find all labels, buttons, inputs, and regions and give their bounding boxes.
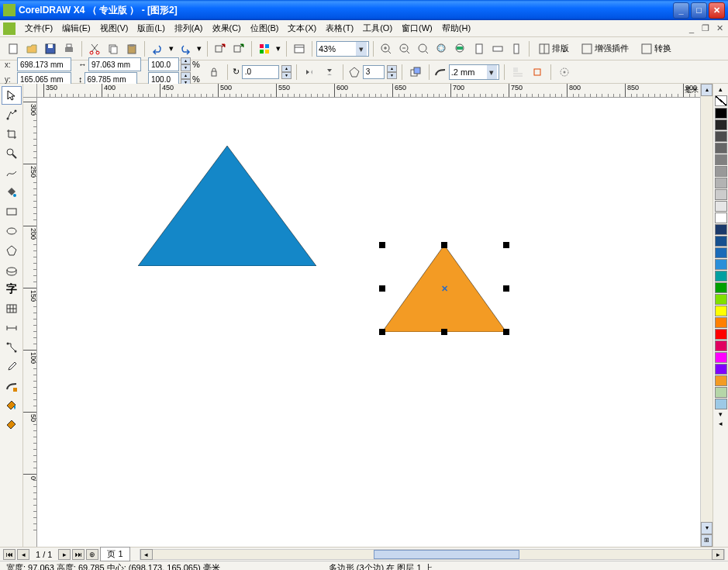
zoom-out-button[interactable] [396, 40, 413, 57]
ruler-origin[interactable] [23, 84, 37, 98]
rectangle-tool[interactable] [2, 202, 22, 221]
connector-tool[interactable] [2, 338, 22, 357]
color-swatch[interactable] [715, 108, 727, 119]
zoom-page-button[interactable] [471, 40, 488, 57]
add-page-button[interactable]: ⊕ [86, 549, 98, 560]
color-swatch[interactable] [715, 131, 727, 142]
page-first-button[interactable]: ⏮ [3, 549, 16, 560]
print-button[interactable] [60, 40, 78, 57]
save-button[interactable] [42, 40, 59, 57]
redo-dropdown[interactable]: ▾ [195, 40, 203, 57]
palette-expand[interactable]: ◂ [715, 420, 727, 429]
zoom-combo[interactable]: ▾ [316, 41, 369, 57]
freehand-tool[interactable] [2, 164, 22, 182]
selection-handle-w[interactable] [379, 285, 385, 292]
color-swatch[interactable] [715, 329, 727, 340]
export-button[interactable] [230, 40, 247, 57]
no-color-swatch[interactable] [715, 95, 727, 106]
mdi-close-button[interactable]: ✕ [714, 23, 725, 34]
color-swatch[interactable] [715, 189, 727, 200]
pick-tool[interactable] [2, 86, 22, 105]
zoom-input[interactable] [319, 44, 356, 54]
mdi-restore-button[interactable]: ❐ [700, 23, 711, 34]
open-button[interactable] [23, 40, 40, 57]
zoom-height-button[interactable] [508, 40, 525, 57]
zoom-100-button[interactable] [415, 40, 432, 57]
zoom-width-button[interactable] [489, 40, 506, 57]
color-swatch[interactable] [715, 154, 727, 165]
menu-window[interactable]: 窗口(W) [397, 21, 437, 36]
color-swatch[interactable] [715, 340, 727, 351]
selection-handle-sw[interactable] [379, 329, 385, 335]
menu-layout[interactable]: 版面(L) [133, 21, 169, 36]
color-swatch[interactable] [715, 352, 727, 363]
hscroll-right[interactable]: ▸ [712, 549, 724, 560]
outline-width-combo[interactable]: ▾ [449, 64, 499, 80]
zoom-in-button[interactable] [378, 40, 395, 57]
fill-tool[interactable] [2, 396, 22, 415]
new-button[interactable] [5, 40, 22, 57]
cut-button[interactable] [86, 40, 103, 57]
color-swatch[interactable] [715, 178, 727, 188]
color-swatch[interactable] [715, 224, 727, 235]
scroll-up-button[interactable]: ▴ [701, 84, 712, 96]
scroll-down-button[interactable]: ▾ [701, 522, 712, 534]
menu-bitmaps[interactable]: 位图(B) [246, 21, 284, 36]
eyedropper-tool[interactable] [2, 358, 22, 376]
rotation-spinner[interactable]: ▴▾ [281, 65, 292, 79]
selection-handle-e[interactable] [503, 285, 509, 292]
navigator-button[interactable]: ⊞ [701, 534, 712, 547]
color-swatch[interactable] [715, 212, 727, 223]
sides-input[interactable]: 3 [363, 65, 385, 79]
color-swatch[interactable] [715, 201, 727, 212]
mirror-v-button[interactable] [321, 64, 338, 81]
menu-text[interactable]: 文本(X) [283, 21, 321, 36]
mirror-h-button[interactable] [302, 64, 319, 81]
menu-file[interactable]: 文件(F) [20, 21, 57, 36]
welcome-button[interactable] [291, 40, 308, 57]
menu-table[interactable]: 表格(T) [321, 21, 358, 36]
scale-x-spinner[interactable]: ▴▾ [181, 57, 191, 71]
menu-edit[interactable]: 编辑(E) [57, 21, 95, 36]
paste-button[interactable] [123, 40, 140, 57]
window-minimize-button[interactable]: _ [673, 2, 689, 19]
app-dropdown[interactable]: ▾ [274, 40, 282, 57]
mdi-minimize-button[interactable]: _ [686, 23, 697, 34]
color-swatch[interactable] [715, 236, 727, 247]
text-tool[interactable]: 字 [2, 280, 22, 299]
sides-spinner[interactable]: ▴▾ [387, 65, 397, 79]
dimension-tool[interactable] [2, 319, 22, 337]
undo-button[interactable] [149, 40, 166, 57]
blue-triangle-shape[interactable] [138, 146, 316, 266]
outline-tool[interactable] [2, 377, 22, 396]
hscroll-thumb[interactable] [374, 550, 519, 559]
selection-handle-n[interactable] [441, 242, 447, 248]
redo-button[interactable] [177, 40, 194, 57]
color-swatch[interactable] [715, 119, 727, 130]
menu-effects[interactable]: 效果(C) [208, 21, 246, 36]
color-swatch[interactable] [715, 259, 727, 270]
color-swatch[interactable] [715, 317, 727, 328]
plugin-button[interactable]: 增强插件 [576, 40, 634, 57]
interactive-fill-tool[interactable] [2, 416, 22, 434]
smart-fill-tool[interactable] [2, 183, 22, 202]
window-maximize-button[interactable]: □ [691, 2, 707, 19]
x-position-input[interactable]: 698.173 mm [17, 57, 71, 71]
app-launcher-button[interactable] [256, 40, 273, 57]
color-swatch[interactable] [715, 282, 727, 293]
lock-ratio-button[interactable] [205, 64, 223, 81]
table-tool[interactable] [2, 299, 22, 318]
rotation-input[interactable]: .0 [242, 65, 279, 79]
menu-help[interactable]: 帮助(H) [437, 21, 475, 36]
color-swatch[interactable] [715, 375, 727, 386]
color-swatch[interactable] [715, 143, 727, 154]
selection-center[interactable]: ✕ [440, 285, 448, 292]
canvas[interactable]: ✕ [37, 98, 700, 547]
zoom-tool[interactable] [2, 144, 22, 163]
convert-curves-button[interactable] [529, 64, 546, 81]
color-swatch[interactable] [715, 399, 727, 409]
selection-handle-se[interactable] [503, 329, 509, 335]
horizontal-scrollbar[interactable]: ◂ ▸ [140, 549, 725, 560]
color-swatch[interactable] [715, 364, 727, 375]
hscroll-left[interactable]: ◂ [140, 549, 153, 560]
